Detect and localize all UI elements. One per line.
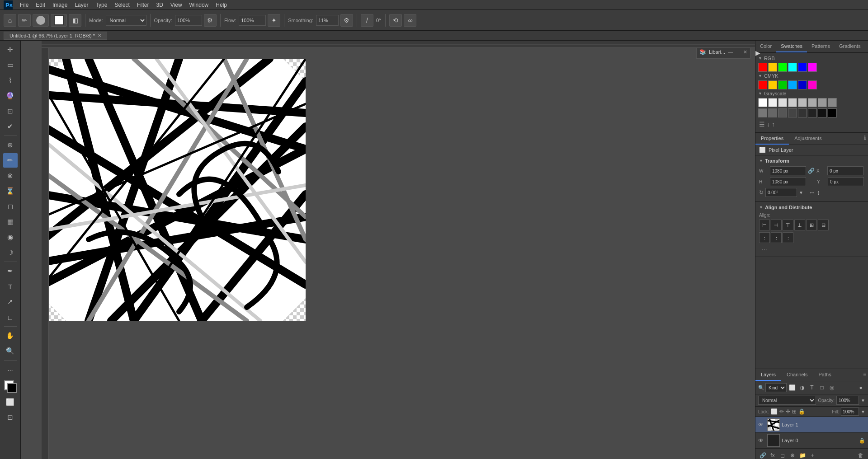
swatch-gray-f0[interactable]: [768, 98, 777, 107]
swatch-gray-aa[interactable]: [808, 98, 817, 107]
swatch-cmyk-yellow[interactable]: [768, 80, 777, 89]
dodge-tool[interactable]: ☽: [3, 245, 18, 260]
swatch-cmyk-red[interactable]: [758, 80, 767, 89]
y-input[interactable]: [828, 177, 864, 186]
airbrush-button[interactable]: ✦: [268, 14, 280, 27]
flip-h-icon[interactable]: ↔: [809, 189, 815, 196]
swatches-prev-arrow[interactable]: ▶: [755, 49, 760, 56]
swatch-cmyk-darkblue[interactable]: [798, 80, 807, 89]
swatch-cmyk-magenta[interactable]: [808, 80, 817, 89]
smoothing-input[interactable]: [316, 15, 339, 26]
brush-angle-button[interactable]: /: [361, 14, 373, 27]
swatch-gray-dd[interactable]: [778, 98, 787, 107]
brush-options-button[interactable]: ∞: [404, 14, 416, 27]
transform-header[interactable]: ▼ Transform: [759, 158, 864, 164]
lock-all-icon[interactable]: 🔒: [798, 408, 805, 415]
float-panel-collapse-btn[interactable]: —: [728, 49, 733, 55]
eraser-tool[interactable]: ◻: [3, 199, 18, 214]
eyedropper-tool[interactable]: ✔: [3, 119, 18, 134]
swatch-gray-88[interactable]: [828, 98, 837, 107]
mode-select[interactable]: Normal: [106, 15, 146, 26]
distrib-left-btn[interactable]: ⋮: [759, 232, 770, 243]
swatch-gray-55[interactable]: [778, 108, 787, 117]
swatch-red[interactable]: [758, 63, 767, 72]
menu-file[interactable]: File: [16, 1, 32, 9]
document-tab-close[interactable]: ✕: [98, 33, 101, 38]
float-panel-close-btn[interactable]: ✕: [743, 49, 747, 55]
home-button[interactable]: ⌂: [4, 14, 16, 27]
tab-paths[interactable]: Paths: [813, 369, 837, 381]
angle-input[interactable]: [765, 188, 797, 197]
add-mask-btn[interactable]: ◻: [778, 451, 787, 459]
swatch-gray-77[interactable]: [758, 108, 767, 117]
link-layers-btn[interactable]: 🔗: [758, 451, 767, 459]
filter-pixel-btn[interactable]: ⬜: [788, 383, 797, 392]
menu-layer[interactable]: Layer: [71, 1, 92, 9]
more-options-btn[interactable]: ···: [759, 245, 864, 254]
layers-opacity-input[interactable]: [836, 396, 859, 405]
brush-tool[interactable]: ✏: [3, 153, 18, 168]
quick-select-tool[interactable]: 🔮: [3, 89, 18, 103]
swatch-green[interactable]: [768, 63, 777, 72]
height-input[interactable]: [770, 177, 806, 186]
opacity-input[interactable]: [175, 15, 202, 26]
filter-shape-btn[interactable]: □: [817, 383, 826, 392]
swatch-blue[interactable]: [798, 63, 807, 72]
pen-tool[interactable]: ✒: [3, 264, 18, 278]
tab-layers[interactable]: Layers: [755, 369, 781, 381]
menu-image[interactable]: Image: [49, 1, 71, 9]
swatch-yellow[interactable]: [778, 63, 787, 72]
swatch-gray-99[interactable]: [818, 98, 827, 107]
lasso-tool[interactable]: ⌇: [3, 73, 18, 88]
tab-properties[interactable]: Properties: [755, 133, 789, 145]
brush-tool-button[interactable]: ✏: [18, 14, 31, 27]
menu-window[interactable]: Window: [186, 1, 212, 9]
align-header[interactable]: ▼ Align and Distribute: [759, 205, 864, 210]
swatch-delete-icon[interactable]: ↓: [767, 121, 770, 128]
brush-preset-button[interactable]: [33, 14, 49, 27]
angle-arrow-down[interactable]: ▼: [799, 190, 803, 195]
swatch-gray-66[interactable]: [768, 108, 777, 117]
zoom-tool[interactable]: 🔍: [3, 344, 18, 358]
filter-text-btn[interactable]: T: [807, 383, 816, 392]
lock-position-icon[interactable]: ✛: [786, 408, 790, 415]
align-left-btn[interactable]: ⊢: [759, 220, 770, 230]
background-color-swatch[interactable]: [7, 383, 17, 393]
add-style-btn[interactable]: fx: [768, 451, 777, 459]
select-rect-tool[interactable]: ▭: [3, 58, 18, 72]
smoothing-settings-button[interactable]: ⚙: [340, 14, 353, 27]
history-tool[interactable]: ⌛: [3, 184, 18, 198]
new-fill-btn[interactable]: ⊕: [788, 451, 797, 459]
tab-channels[interactable]: Channels: [781, 369, 813, 381]
swatch-folder-icon[interactable]: ↑: [772, 121, 775, 128]
layers-opacity-arrow[interactable]: ▼: [861, 398, 865, 403]
fill-input[interactable]: [841, 407, 859, 416]
align-right-btn[interactable]: ⊤: [783, 220, 793, 230]
extra-tools-button[interactable]: ···: [3, 362, 18, 377]
canvas-artwork[interactable]: [43, 59, 306, 321]
swatch-new-icon[interactable]: ☰: [759, 121, 765, 128]
new-group-btn[interactable]: 📁: [798, 451, 807, 459]
swatch-cyan[interactable]: [788, 63, 797, 72]
quick-mask-button[interactable]: ⬜: [3, 395, 18, 409]
new-layer-btn[interactable]: +: [808, 451, 817, 459]
flip-v-icon[interactable]: ↕: [817, 189, 820, 196]
swatch-gray-44[interactable]: [788, 108, 797, 117]
tab-gradients[interactable]: Gradients: [835, 41, 865, 52]
text-tool[interactable]: T: [3, 279, 18, 294]
lock-artboard-icon[interactable]: ⊞: [792, 408, 797, 415]
layer-visibility-eye[interactable]: 👁: [758, 422, 765, 428]
swatch-black[interactable]: [828, 108, 837, 117]
align-bottom-btn[interactable]: ⊟: [818, 220, 829, 230]
x-input[interactable]: [827, 166, 863, 175]
symmetry-button[interactable]: ⟲: [389, 14, 402, 27]
document-tab[interactable]: Untitled-1 @ 66.7% (Layer 1, RGB/8) * ✕: [4, 32, 107, 40]
swatch-magenta[interactable]: [808, 63, 817, 72]
path-select-tool[interactable]: ↗: [3, 295, 18, 309]
align-top-btn[interactable]: ⊥: [794, 220, 805, 230]
prop-panel-info-icon[interactable]: ℹ: [864, 135, 866, 143]
hand-tool[interactable]: ✋: [3, 328, 18, 343]
shape-tool[interactable]: □: [3, 310, 18, 324]
align-vcenter-btn[interactable]: ⊞: [806, 220, 817, 230]
opacity-settings-button[interactable]: ⚙: [204, 14, 217, 27]
